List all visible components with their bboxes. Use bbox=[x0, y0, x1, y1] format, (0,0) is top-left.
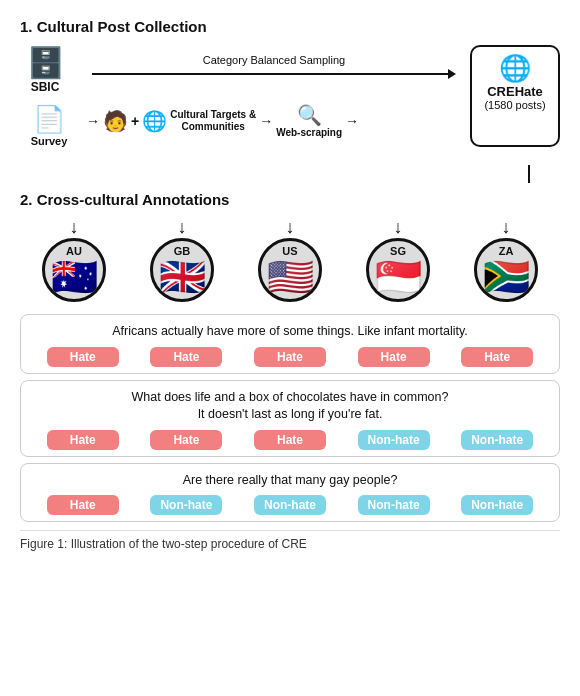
ann-code: GB bbox=[174, 245, 191, 257]
label-badge-1-1: Hate bbox=[150, 430, 222, 450]
ann-flag: 🇿🇦 bbox=[483, 257, 530, 299]
ann-flag: 🇺🇸 bbox=[267, 257, 314, 299]
small-arrow3: → bbox=[345, 113, 359, 129]
post-box-2: Are there really that many gay people?Ha… bbox=[20, 463, 560, 523]
label-badge-0-3: Hate bbox=[358, 347, 430, 367]
document-icon: 📄 bbox=[33, 104, 65, 135]
ann-code: AU bbox=[66, 245, 82, 257]
annotator-us: ↓ US 🇺🇸 bbox=[258, 218, 322, 302]
person-icon: 🧑 bbox=[103, 109, 128, 133]
ann-flag: 🇸🇬 bbox=[375, 257, 422, 299]
crehate-box: 🌐 CREHate (1580 posts) bbox=[470, 45, 560, 147]
label-badge-0-1: Hate bbox=[150, 347, 222, 367]
ann-code: SG bbox=[390, 245, 406, 257]
down-arrow: ↓ bbox=[502, 218, 511, 236]
post-box-0: Africans actually have more of some thin… bbox=[20, 314, 560, 374]
ann-flag: 🇦🇺 bbox=[51, 257, 98, 299]
crehate-sub: (1580 posts) bbox=[484, 99, 545, 111]
ann-code: ZA bbox=[499, 245, 514, 257]
label-badge-2-3: Non-hate bbox=[358, 495, 430, 515]
magnify-icon: 🔍 bbox=[297, 103, 322, 127]
posts-container: Africans actually have more of some thin… bbox=[20, 314, 560, 522]
label-badge-1-4: Non-hate bbox=[461, 430, 533, 450]
web-label: Web-scraping bbox=[276, 127, 342, 138]
ann-circle: SG 🇸🇬 bbox=[366, 238, 430, 302]
label-badge-2-4: Non-hate bbox=[461, 495, 533, 515]
label-badge-1-2: Hate bbox=[254, 430, 326, 450]
label-badge-0-2: Hate bbox=[254, 347, 326, 367]
globe-icon: 🌐 bbox=[142, 109, 167, 133]
globe-block: 🌐 bbox=[142, 109, 167, 133]
post-text-0: Africans actually have more of some thin… bbox=[33, 323, 547, 341]
labels-row-0: HateHateHateHateHate bbox=[33, 347, 547, 367]
down-arrow: ↓ bbox=[394, 218, 403, 236]
crehate-icon: 🌐 bbox=[499, 53, 531, 84]
annotator-sg: ↓ SG 🇸🇬 bbox=[366, 218, 430, 302]
post-box-1: What does life and a box of chocolates h… bbox=[20, 380, 560, 457]
section1-title: 1. Cultural Post Collection bbox=[20, 18, 560, 35]
label-badge-1-3: Non-hate bbox=[358, 430, 430, 450]
ann-circle: US 🇺🇸 bbox=[258, 238, 322, 302]
label-badge-0-0: Hate bbox=[47, 347, 119, 367]
label-badge-2-0: Hate bbox=[47, 495, 119, 515]
ann-code: US bbox=[282, 245, 297, 257]
annotators-row: ↓ AU 🇦🇺 ↓ GB 🇬🇧 ↓ US 🇺🇸 ↓ SG 🇸🇬 bbox=[20, 218, 560, 302]
down-arrow: ↓ bbox=[286, 218, 295, 236]
crehate-label: CREHate bbox=[487, 84, 543, 99]
section2-title: 2. Cross-cultural Annotations bbox=[20, 191, 560, 208]
database-icon: 🗄️ bbox=[27, 45, 64, 80]
targets-label-block: Cultural Targets &Communities bbox=[170, 109, 256, 133]
down-arrow: ↓ bbox=[70, 218, 79, 236]
annotator-gb: ↓ GB 🇬🇧 bbox=[150, 218, 214, 302]
sampling-label: Category Balanced Sampling bbox=[203, 54, 345, 66]
small-arrow1: → bbox=[86, 113, 100, 129]
label-badge-2-2: Non-hate bbox=[254, 495, 326, 515]
down-arrow: ↓ bbox=[178, 218, 187, 236]
plus-sign: + bbox=[131, 113, 139, 129]
annotator-au: ↓ AU 🇦🇺 bbox=[42, 218, 106, 302]
section2: 2. Cross-cultural Annotations ↓ AU 🇦🇺 ↓ … bbox=[20, 191, 560, 522]
section1: 1. Cultural Post Collection 🗄️ SBIC 📄 Su… bbox=[20, 18, 560, 147]
post-text-2: Are there really that many gay people? bbox=[33, 472, 547, 490]
label-badge-0-4: Hate bbox=[461, 347, 533, 367]
vertical-connector bbox=[20, 165, 560, 183]
sampling-arrow: Category Balanced Sampling bbox=[92, 54, 456, 79]
ann-circle: AU 🇦🇺 bbox=[42, 238, 106, 302]
targets-label: Cultural Targets &Communities bbox=[170, 109, 256, 133]
sbic-block: 🗄️ SBIC bbox=[20, 45, 70, 94]
label-badge-2-1: Non-hate bbox=[150, 495, 222, 515]
sbic-label: SBIC bbox=[31, 80, 60, 94]
ann-circle: ZA 🇿🇦 bbox=[474, 238, 538, 302]
figure-caption: Figure 1: Illustration of the two-step p… bbox=[20, 530, 560, 551]
labels-row-1: HateHateHateNon-hateNon-hate bbox=[33, 430, 547, 450]
ann-circle: GB 🇬🇧 bbox=[150, 238, 214, 302]
targets-block: 🧑 bbox=[103, 109, 128, 133]
labels-row-2: HateNon-hateNon-hateNon-hateNon-hate bbox=[33, 495, 547, 515]
survey-block: 📄 Survey bbox=[31, 104, 68, 147]
small-arrow2: → bbox=[259, 113, 273, 129]
web-block: 🔍 Web-scraping bbox=[276, 103, 342, 138]
post-text-1: What does life and a box of chocolates h… bbox=[33, 389, 547, 424]
survey-label: Survey bbox=[31, 135, 68, 147]
ann-flag: 🇬🇧 bbox=[159, 257, 206, 299]
annotator-za: ↓ ZA 🇿🇦 bbox=[474, 218, 538, 302]
label-badge-1-0: Hate bbox=[47, 430, 119, 450]
